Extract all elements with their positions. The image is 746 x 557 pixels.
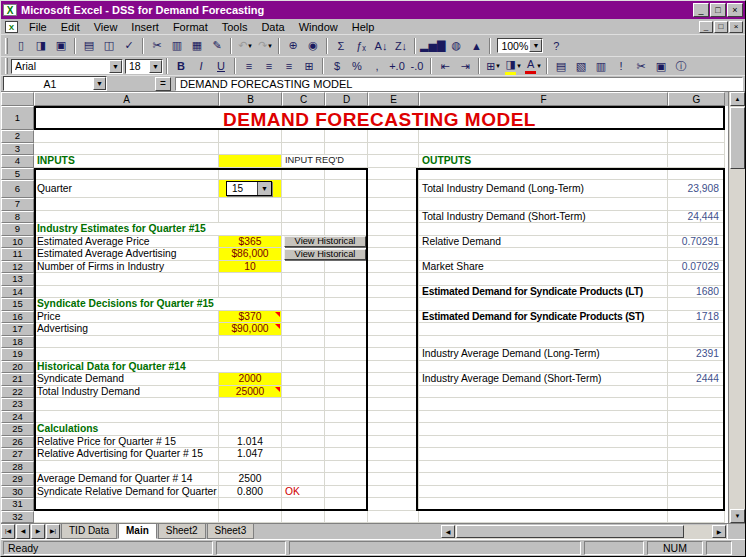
cell-F9[interactable] <box>419 223 668 236</box>
cell-B27[interactable]: 1.047 <box>219 448 282 461</box>
cell-F6[interactable]: Total Industry Demand (Long-Term) <box>419 180 668 198</box>
cell-A20[interactable]: Historical Data for Quarter #14 <box>34 361 282 374</box>
cell-E22[interactable] <box>368 386 419 399</box>
cell-E2[interactable] <box>368 130 419 143</box>
last-sheet-icon[interactable]: ▶| <box>46 524 60 539</box>
cell-F32[interactable] <box>419 511 668 524</box>
cell-B26[interactable]: 1.014 <box>219 436 282 449</box>
cell-A9[interactable]: Industry Estimates for Quarter #15 <box>34 223 282 236</box>
sheet-tab-sheet3[interactable]: Sheet3 <box>207 524 255 539</box>
cell-C2[interactable] <box>282 130 325 143</box>
quarter-dropdown[interactable]: 15▼ <box>226 181 272 196</box>
menu-edit[interactable]: Edit <box>54 20 87 34</box>
cell-D2[interactable] <box>325 130 368 143</box>
cell-E16[interactable] <box>368 311 419 324</box>
cell-C31[interactable] <box>282 498 325 511</box>
row-header-10[interactable]: 10 <box>1 236 34 249</box>
font-size-combo[interactable]: 18 ▼ <box>125 59 163 74</box>
merge-center-button[interactable]: ⊞ <box>299 57 319 75</box>
cell-F26[interactable] <box>419 436 668 449</box>
cell-F16[interactable]: Estimated Demand for Syndicate Products … <box>419 311 668 324</box>
align-left-button[interactable]: ≡ <box>239 57 259 75</box>
cell-C21[interactable] <box>282 373 325 386</box>
edit-formula-button[interactable]: = <box>155 77 171 91</box>
exclamation-icon[interactable]: ! <box>611 57 631 75</box>
toolbar-grip[interactable] <box>5 38 8 54</box>
cell-G14[interactable]: 1680 <box>668 286 725 299</box>
cell-C28[interactable] <box>282 461 325 474</box>
sheet-tab-main[interactable]: Main <box>118 524 157 539</box>
column-header-F[interactable]: F <box>419 92 668 106</box>
cell-D27[interactable] <box>325 448 368 461</box>
row-header-3[interactable]: 3 <box>1 143 34 156</box>
cell-G20[interactable] <box>668 361 725 374</box>
web-toolbar-icon[interactable]: ◉ <box>303 37 323 55</box>
cell-B30[interactable]: 0.800 <box>219 486 282 499</box>
cell-A6[interactable]: Quarter <box>34 180 219 198</box>
cell-G19[interactable]: 2391 <box>668 348 725 361</box>
column-header-G[interactable]: G <box>668 92 725 106</box>
row-header-17[interactable]: 17 <box>1 323 34 336</box>
column-header-A[interactable]: A <box>34 92 219 106</box>
cell-G13[interactable] <box>668 273 725 286</box>
borders-button[interactable]: ⊞▾ <box>483 57 503 75</box>
cell-G21[interactable]: 2444 <box>668 373 725 386</box>
info-icon[interactable]: ⓘ <box>671 57 691 75</box>
cell-E8[interactable] <box>368 211 419 224</box>
cell-C20[interactable] <box>282 361 325 374</box>
excel-logo-icon[interactable]: ▣ <box>651 57 671 75</box>
decrease-decimal-button[interactable]: -.0 <box>407 57 427 75</box>
cell-C25[interactable] <box>282 423 325 436</box>
align-right-button[interactable]: ≡ <box>279 57 299 75</box>
cell-A1[interactable]: DEMAND FORECASTING MODEL <box>34 106 725 130</box>
cell-G28[interactable] <box>668 461 725 474</box>
cell-B2[interactable] <box>219 130 282 143</box>
horizontal-scrollbar[interactable]: ◀ ▶ <box>441 525 726 539</box>
cell-A27[interactable]: Relative Advertising for Quarter # 15 <box>34 448 219 461</box>
chevron-down-icon[interactable]: ▼ <box>93 77 106 90</box>
cell-G32[interactable] <box>668 511 725 524</box>
column-header-C[interactable]: C <box>282 92 325 106</box>
chevron-down-icon[interactable]: ▾ <box>496 62 500 70</box>
cell-E5[interactable] <box>368 168 419 181</box>
minimize-button[interactable]: _ <box>693 3 709 17</box>
maximize-button[interactable]: □ <box>710 3 726 17</box>
cell-E32[interactable] <box>368 511 419 524</box>
cell-F10[interactable]: Relative Demand <box>419 236 668 249</box>
cell-F21[interactable]: Industry Average Demand (Short-Term) <box>419 373 668 386</box>
increase-indent-button[interactable]: ⇥ <box>455 57 475 75</box>
menu-window[interactable]: Window <box>292 20 345 34</box>
cell-C14[interactable] <box>282 286 325 299</box>
cell-F17[interactable] <box>419 323 668 336</box>
cell-E9[interactable] <box>368 223 419 236</box>
row-header-16[interactable]: 16 <box>1 311 34 324</box>
cell-A25[interactable]: Calculations <box>34 423 219 436</box>
cell-G23[interactable] <box>668 398 725 411</box>
previous-sheet-icon[interactable]: ◀ <box>16 524 30 539</box>
row-header-25[interactable]: 25 <box>1 423 34 436</box>
select-all-corner[interactable] <box>1 92 34 106</box>
cell-B25[interactable] <box>219 423 282 436</box>
row-header-21[interactable]: 21 <box>1 373 34 386</box>
cell-D32[interactable] <box>325 511 368 524</box>
cell-D21[interactable] <box>325 373 368 386</box>
cell-E21[interactable] <box>368 373 419 386</box>
cell-D18[interactable] <box>325 336 368 349</box>
cell-E26[interactable] <box>368 436 419 449</box>
chevron-down-icon[interactable]: ▾ <box>517 62 521 70</box>
row-header-23[interactable]: 23 <box>1 398 34 411</box>
horizontal-scroll-thumb[interactable] <box>456 525 684 538</box>
comma-button[interactable]: , <box>367 57 387 75</box>
format-painter-icon[interactable]: ✎ <box>207 37 227 55</box>
cell-A10[interactable]: Estimated Average Price <box>34 236 219 249</box>
cell-G17[interactable] <box>668 323 725 336</box>
cell-A11[interactable]: Estimated Average Advertising <box>34 248 219 261</box>
row-header-9[interactable]: 9 <box>1 223 34 236</box>
row-header-28[interactable]: 28 <box>1 461 34 474</box>
row-header-24[interactable]: 24 <box>1 411 34 424</box>
cell-A4[interactable]: INPUTS <box>34 155 219 168</box>
cell-G8[interactable]: 24,444 <box>668 211 725 224</box>
cell-C6[interactable] <box>282 180 325 198</box>
sheet-tab-tid-data[interactable]: TID Data <box>61 524 117 539</box>
scroll-down-icon[interactable]: ▼ <box>730 509 745 523</box>
